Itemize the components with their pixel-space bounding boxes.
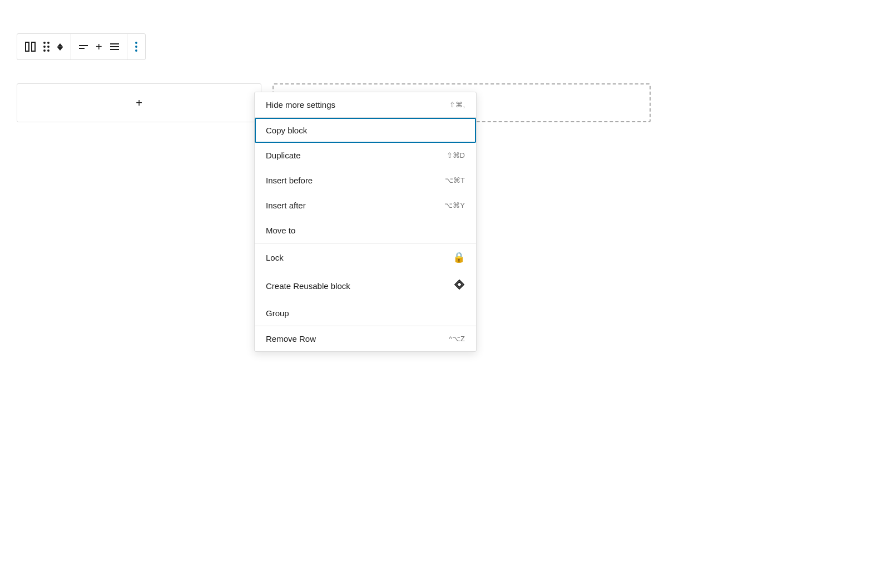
add-block-button[interactable]: + — [93, 38, 105, 56]
move-to-label: Move to — [266, 226, 295, 235]
columns-icon — [25, 42, 36, 52]
menu-item-create-reusable[interactable]: Create Reusable block — [255, 271, 476, 301]
menu-section-3: Lock 🔒 Create Reusable block Group — [255, 243, 476, 326]
menu-item-duplicate[interactable]: Duplicate ⇧⌘D — [255, 143, 476, 168]
columns-button[interactable] — [23, 39, 38, 54]
align-left-button[interactable] — [77, 43, 90, 51]
arrows-icon — [57, 43, 63, 51]
arrows-button[interactable] — [55, 41, 65, 53]
align-left-icon — [79, 45, 88, 49]
duplicate-shortcut: ⇧⌘D — [447, 151, 465, 160]
menu-section-1: Hide more settings ⇧⌘, — [255, 92, 476, 118]
menu-item-insert-after[interactable]: Insert after ⌥⌘Y — [255, 193, 476, 218]
copy-block-label: Copy block — [266, 126, 307, 135]
create-reusable-label: Create Reusable block — [266, 281, 350, 291]
menu-item-lock[interactable]: Lock 🔒 — [255, 243, 476, 271]
remove-row-shortcut: ^⌥Z — [449, 335, 465, 343]
more-options-icon — [135, 42, 137, 52]
drag-icon — [43, 42, 49, 52]
insert-before-label: Insert before — [266, 176, 313, 185]
duplicate-label: Duplicate — [266, 151, 301, 160]
lock-icon: 🔒 — [453, 251, 465, 263]
insert-after-label: Insert after — [266, 201, 306, 210]
group-label: Group — [266, 308, 289, 318]
reusable-block-icon — [454, 279, 465, 293]
justify-icon — [110, 43, 119, 50]
menu-item-hide-more-settings[interactable]: Hide more settings ⇧⌘, — [255, 92, 476, 117]
remove-row-label: Remove Row — [266, 334, 316, 343]
more-options-button[interactable] — [133, 39, 140, 54]
context-menu: Hide more settings ⇧⌘, Copy block Duplic… — [254, 92, 477, 352]
toolbar-group-align: + — [71, 34, 127, 59]
insert-before-shortcut: ⌥⌘T — [445, 176, 465, 185]
justify-button[interactable] — [108, 41, 121, 52]
block-add-area[interactable]: + — [17, 83, 261, 122]
block-toolbar: + — [17, 33, 146, 60]
menu-item-remove-row[interactable]: Remove Row ^⌥Z — [255, 326, 476, 351]
menu-section-2: Copy block Duplicate ⇧⌘D Insert before ⌥… — [255, 118, 476, 243]
plus-icon: + — [96, 41, 102, 53]
insert-after-shortcut: ⌥⌘Y — [444, 201, 465, 210]
menu-item-copy-block[interactable]: Copy block — [255, 118, 476, 143]
menu-item-group[interactable]: Group — [255, 301, 476, 326]
toolbar-group-more — [127, 34, 145, 59]
block-add-plus-icon: + — [136, 97, 142, 109]
menu-item-insert-before[interactable]: Insert before ⌥⌘T — [255, 168, 476, 193]
menu-section-4: Remove Row ^⌥Z — [255, 326, 476, 351]
lock-label: Lock — [266, 253, 284, 262]
toolbar-group-columns — [17, 34, 71, 59]
hide-more-settings-label: Hide more settings — [266, 100, 335, 109]
drag-button[interactable] — [41, 39, 52, 54]
hide-more-settings-shortcut: ⇧⌘, — [449, 101, 465, 109]
menu-item-move-to[interactable]: Move to — [255, 218, 476, 243]
